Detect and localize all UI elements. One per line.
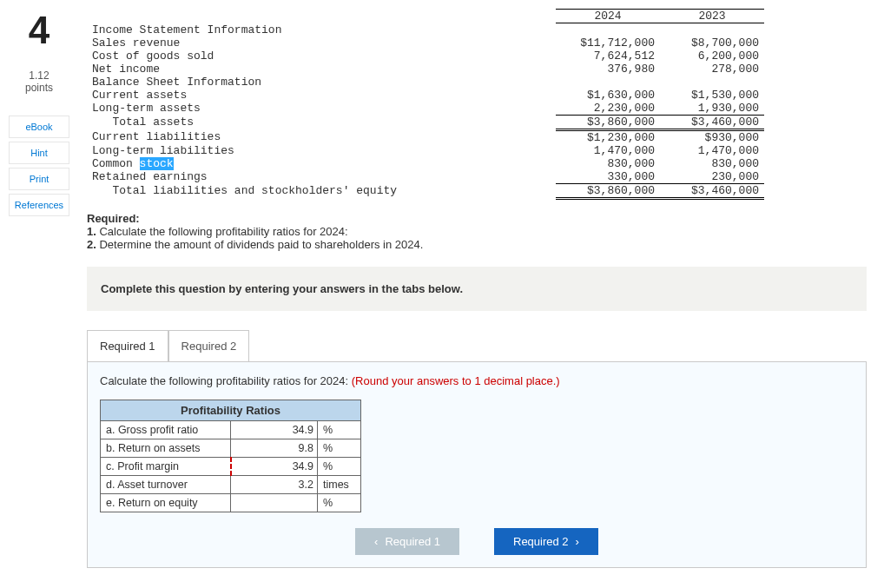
financial-statement-table: 2024 2023 Income Statement InformationSa… [87,9,764,200]
col-year-2023: 2023 [660,10,764,23]
prev-button-label: Required 1 [385,535,440,548]
ratio-label: a. Gross profit ratio [101,420,231,439]
next-button-label: Required 2 [513,535,569,548]
left-rail: 4 1.12 points eBookHintPrintReferences [0,0,78,568]
question-number: 4 [29,9,49,52]
side-button-print[interactable]: Print [9,168,69,190]
table-row: Balance Sheet Information [87,76,764,89]
cell-2024 [556,23,660,36]
cell-2024: 376,980 [556,63,660,76]
main-content: 2024 2023 Income Statement InformationSa… [78,0,884,568]
cell-2023: 830,000 [660,157,764,170]
table-row: Current liabilities$1,230,000$930,000 [87,129,764,144]
cell-2024: 330,000 [556,170,660,184]
table-row: Long-term assets2,230,0001,930,000 [87,102,764,116]
tab-required-1[interactable]: Required 1 [87,330,168,361]
table-row: Total liabilities and stockholders' equi… [87,183,764,198]
tab-required-2[interactable]: Required 2 [168,330,250,361]
prev-button[interactable]: ‹ Required 1 [355,528,459,555]
cell-2023: $8,700,000 [660,36,764,50]
row-label: Balance Sheet Information [87,76,556,89]
ratio-unit: % [318,457,361,475]
row-label: Current liabilities [87,129,556,144]
side-button-hint[interactable]: Hint [9,142,69,164]
table-row: Income Statement Information [87,23,764,36]
cell-2024: $3,860,000 [556,115,660,129]
ratio-row: e. Return on equity% [101,493,361,512]
table-header-row: 2024 2023 [87,10,764,23]
ratio-table: Profitability Ratios a. Gross profit rat… [100,400,361,512]
cell-2023: 1,930,000 [660,102,764,116]
table-row: Common stock830,000830,000 [87,157,764,170]
nav-buttons: ‹ Required 1 Required 2 › [100,528,854,555]
table-row: Current assets$1,630,000$1,530,000 [87,89,764,102]
table-row: Cost of goods sold7,624,5126,200,000 [87,50,764,63]
cell-2023: 1,470,000 [660,144,764,157]
points-label: points [25,82,53,94]
side-button-references[interactable]: References [9,194,69,216]
cell-2023: 230,000 [660,170,764,184]
ratio-input[interactable]: 3.2 [231,475,318,493]
ratio-input[interactable]: 9.8 [231,439,318,457]
ratio-label: b. Return on assets [101,439,231,457]
row-label: Total liabilities and stockholders' equi… [87,183,556,198]
cell-2024: $11,712,000 [556,36,660,50]
row-label: Sales revenue [87,36,556,50]
tab-prompt-text: Calculate the following profitability ra… [100,374,352,387]
row-label: Total assets [87,115,556,129]
ratio-row: a. Gross profit ratio34.9% [101,420,361,439]
table-row: Sales revenue$11,712,000$8,700,000 [87,36,764,50]
row-label: Common stock [87,157,556,170]
side-button-ebook[interactable]: eBook [9,116,69,138]
cell-2023 [660,23,764,36]
ratio-row: c. Profit margin34.9% [101,457,361,475]
chevron-right-icon: › [576,535,579,548]
cell-2023: $930,000 [660,129,764,144]
cell-2023: 278,000 [660,63,764,76]
cell-2023: $3,460,000 [660,115,764,129]
tab-prompt-note: (Round your answers to 1 decimal place.) [352,374,560,387]
ratio-unit: % [318,439,361,457]
ratio-input[interactable]: 34.9 [231,457,318,475]
cell-2024: 1,470,000 [556,144,660,157]
points-value: 1.12 [25,69,53,82]
row-label: Long-term assets [87,102,556,116]
ratio-label: c. Profit margin [101,457,231,475]
cell-2023 [660,76,764,89]
row-label: Retained earnings [87,170,556,184]
cell-2024: $1,630,000 [556,89,660,102]
ratio-table-header: Profitability Ratios [101,400,361,420]
row-label: Long-term liabilities [87,144,556,157]
required-item-2: Determine the amount of dividends paid t… [99,238,423,251]
ratio-label: d. Asset turnover [101,475,231,493]
tab-content: Calculate the following profitability ra… [87,361,867,568]
cell-2023: $1,530,000 [660,89,764,102]
row-label: Cost of goods sold [87,50,556,63]
ratio-label: e. Return on equity [101,493,231,512]
ratio-row: d. Asset turnover3.2times [101,475,361,493]
table-row: Long-term liabilities1,470,0001,470,000 [87,144,764,157]
ratio-unit: % [318,420,361,439]
cell-2023: $3,460,000 [660,183,764,198]
col-year-2024: 2024 [556,10,660,23]
cell-2024: 2,230,000 [556,102,660,116]
row-label: Income Statement Information [87,23,556,36]
row-label: Current assets [87,89,556,102]
cell-2024: 7,624,512 [556,50,660,63]
cell-2023: 6,200,000 [660,50,764,63]
tab-prompt: Calculate the following profitability ra… [100,374,854,387]
ratio-row: b. Return on assets9.8% [101,439,361,457]
required-item-1: Calculate the following profitability ra… [99,225,347,238]
cell-2024 [556,76,660,89]
cell-2024: $3,860,000 [556,183,660,198]
instruction-bar: Complete this question by entering your … [87,267,867,311]
ratio-input[interactable] [231,493,318,512]
tabs: Required 1 Required 2 [87,330,867,361]
table-row: Total assets$3,860,000$3,460,000 [87,115,764,129]
ratio-unit: % [318,493,361,512]
points-block: 1.12 points [25,69,53,95]
ratio-input[interactable]: 34.9 [231,420,318,439]
next-button[interactable]: Required 2 › [494,528,598,555]
table-row: Retained earnings330,000230,000 [87,170,764,184]
cell-2024: 830,000 [556,157,660,170]
